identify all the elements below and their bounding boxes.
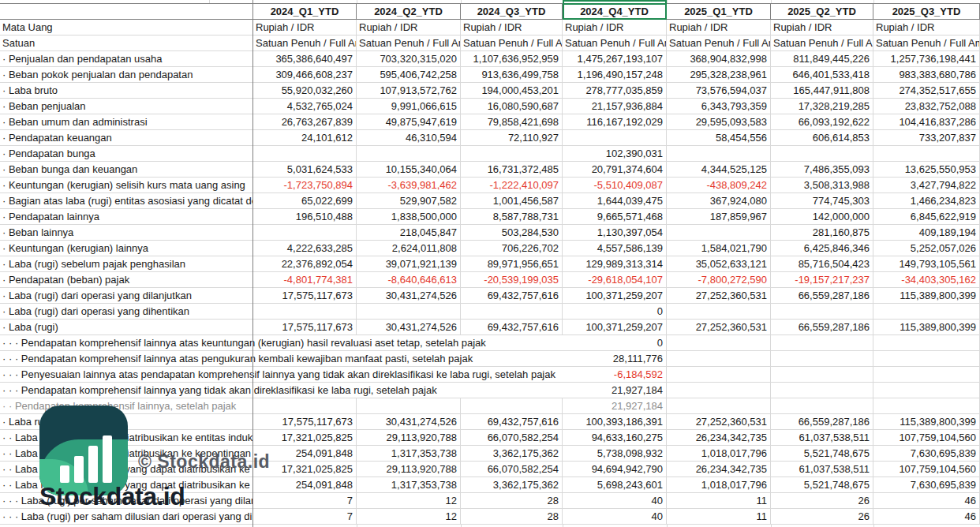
data-cell[interactable]: 5,698,243,601	[563, 477, 667, 493]
data-cell[interactable]: 703,320,315,020	[357, 51, 461, 67]
meta-cell[interactable]: Satuan Penuh / Full Amount	[253, 36, 357, 51]
data-cell[interactable]: 274,352,517,655	[873, 83, 980, 99]
data-cell[interactable]: 165,447,911,808	[771, 83, 873, 99]
data-cell[interactable]	[357, 146, 461, 162]
data-cell[interactable]: 7,486,355,093	[771, 162, 873, 178]
data-cell[interactable]: 1,317,353,738	[357, 477, 461, 493]
meta-cell[interactable]: Satuan Penuh / Full Amount	[771, 36, 873, 51]
data-cell[interactable]: 61,037,538,511	[771, 430, 873, 446]
meta-cell[interactable]: Satuan Penuh / Full Amount	[563, 36, 667, 51]
data-cell[interactable]: 367,924,080	[667, 193, 771, 209]
data-cell[interactable]	[667, 335, 771, 351]
meta-cell[interactable]: Rupiah / IDR	[563, 20, 667, 36]
data-cell[interactable]: 774,745,303	[771, 193, 873, 209]
row-label[interactable]: · Laba bruto	[0, 83, 253, 99]
data-cell[interactable]: 1,257,736,198,441	[873, 51, 980, 67]
row-label[interactable]: · Pendapatan (beban) pajak	[0, 272, 253, 288]
data-cell[interactable]: 115,389,800,399	[873, 288, 980, 304]
data-cell[interactable]: 7	[253, 509, 357, 525]
data-cell[interactable]: 26,234,342,735	[667, 462, 771, 477]
data-cell[interactable]: 7,630,695,839	[873, 446, 980, 462]
meta-cell[interactable]: Satuan Penuh / Full Amount	[667, 36, 771, 51]
data-cell[interactable]: 8,587,788,731	[461, 209, 563, 225]
data-cell[interactable]: -8,640,646,613	[357, 272, 461, 288]
data-cell[interactable]: 40	[563, 493, 667, 509]
data-cell[interactable]: 187,859,967	[667, 209, 771, 225]
data-cell[interactable]: 66,559,287,186	[771, 414, 873, 430]
row-label[interactable]: · Laba (rugi) dari operasi yang dihentik…	[0, 304, 253, 320]
data-cell[interactable]: 17,575,117,673	[253, 320, 357, 335]
row-label[interactable]: · Laba (rugi) dari operasi yang dilanjut…	[0, 288, 253, 304]
data-cell[interactable]: 115,389,800,399	[873, 320, 980, 335]
data-cell[interactable]: 89,971,956,651	[461, 256, 563, 272]
data-cell[interactable]: 218,045,847	[357, 225, 461, 241]
data-cell[interactable]: 107,759,104,560	[873, 462, 980, 477]
data-cell[interactable]	[667, 398, 771, 414]
data-cell[interactable]: 149,793,105,561	[873, 256, 980, 272]
data-cell[interactable]	[563, 130, 667, 146]
data-cell[interactable]: 46	[873, 493, 980, 509]
data-cell[interactable]: 254,091,848	[253, 477, 357, 493]
data-cell[interactable]	[771, 146, 873, 162]
row-label[interactable]: · Pendapatan lainnya	[0, 209, 253, 225]
data-cell[interactable]: 66,093,192,622	[771, 114, 873, 130]
data-cell[interactable]: 5,521,748,675	[771, 446, 873, 462]
corner-header-cell[interactable]	[0, 3, 253, 20]
data-cell[interactable]: 16,080,590,687	[461, 99, 563, 114]
data-cell[interactable]: 5,031,624,533	[253, 162, 357, 178]
data-cell[interactable]: 2,624,011,808	[357, 241, 461, 256]
data-cell[interactable]: 3,362,175,362	[461, 477, 563, 493]
meta-cell[interactable]: Satuan Penuh / Full Amount	[873, 36, 980, 51]
data-cell[interactable]: 4,222,633,285	[253, 241, 357, 256]
data-cell[interactable]: 65,022,699	[253, 193, 357, 209]
data-cell[interactable]: 27,252,360,531	[667, 414, 771, 430]
data-cell[interactable]	[667, 383, 771, 398]
data-cell[interactable]: -6,184,592	[563, 367, 667, 383]
column-header[interactable]: 2024_Q1_YTD	[253, 3, 357, 20]
data-cell[interactable]	[253, 398, 357, 414]
data-cell[interactable]: -1,723,750,894	[253, 178, 357, 193]
data-cell[interactable]: 61,037,538,511	[771, 462, 873, 477]
data-cell[interactable]: 529,907,582	[357, 193, 461, 209]
data-cell[interactable]: 100,393,186,391	[563, 414, 667, 430]
data-cell[interactable]: 28	[461, 493, 563, 509]
data-cell[interactable]: 1,196,490,157,248	[563, 67, 667, 83]
data-cell[interactable]: 29,113,920,788	[357, 430, 461, 446]
data-cell[interactable]: 12	[357, 493, 461, 509]
data-cell[interactable]: 1,317,353,738	[357, 446, 461, 462]
data-cell[interactable]: 26	[771, 509, 873, 525]
row-label[interactable]: · · · Penyesuaian lainnya atas pendapata…	[0, 367, 563, 383]
data-cell[interactable]: 11	[667, 493, 771, 509]
data-cell[interactable]	[771, 383, 873, 398]
data-cell[interactable]: 35,052,633,121	[667, 256, 771, 272]
data-cell[interactable]: 17,321,025,825	[253, 430, 357, 446]
row-label[interactable]: · Keuntungan (kerugian) selisih kurs mat…	[0, 178, 253, 193]
data-cell[interactable]: 3,508,313,988	[771, 178, 873, 193]
data-cell[interactable]: 12	[357, 509, 461, 525]
data-cell[interactable]: 85,716,504,423	[771, 256, 873, 272]
data-cell[interactable]: 27,252,360,531	[667, 320, 771, 335]
data-cell[interactable]: 1,466,234,823	[873, 193, 980, 209]
data-cell[interactable]: 21,927,184	[563, 383, 667, 398]
row-label[interactable]: · Beban pokok penjualan dan pendapatan	[0, 67, 253, 83]
data-cell[interactable]: 0	[563, 304, 667, 320]
data-cell[interactable]: 129,989,313,314	[563, 256, 667, 272]
data-cell[interactable]: 29,595,093,583	[667, 114, 771, 130]
data-cell[interactable]: 20,791,374,604	[563, 162, 667, 178]
data-cell[interactable]: -20,539,199,035	[461, 272, 563, 288]
row-label[interactable]: · Beban umum dan administrasi	[0, 114, 253, 130]
data-cell[interactable]: 1,130,397,054	[563, 225, 667, 241]
data-cell[interactable]: -3,639,981,462	[357, 178, 461, 193]
data-cell[interactable]	[771, 335, 873, 351]
data-cell[interactable]: -438,809,242	[667, 178, 771, 193]
row-label[interactable]: · Bagian atas laba (rugi) entitas asosia…	[0, 193, 253, 209]
data-cell[interactable]: 69,432,757,616	[461, 320, 563, 335]
data-cell[interactable]: 46	[873, 509, 980, 525]
data-cell[interactable]	[873, 351, 980, 367]
data-cell[interactable]: 66,070,582,254	[461, 430, 563, 446]
meta-cell[interactable]: Satuan Penuh / Full Amount	[357, 36, 461, 51]
data-cell[interactable]: 733,207,837	[873, 130, 980, 146]
data-cell[interactable]: 281,160,875	[771, 225, 873, 241]
data-cell[interactable]: 1,584,021,790	[667, 241, 771, 256]
data-cell[interactable]: 28	[461, 509, 563, 525]
